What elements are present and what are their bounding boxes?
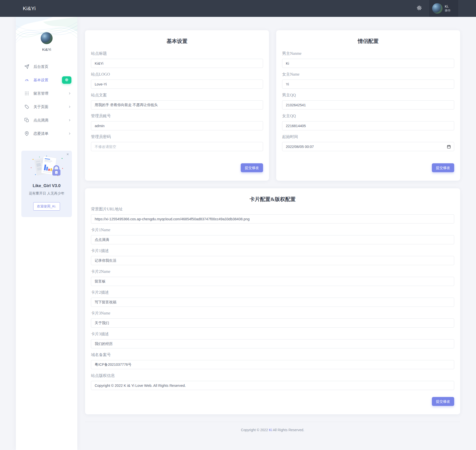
promo-subtitle: 花有重开日 人无再少年 xyxy=(24,191,69,196)
panel-basic-settings: 基本设置 站点标题 站点LOGO 站点文案 管理员账号 管理员密码 提交修改 xyxy=(85,30,269,181)
gauge-icon xyxy=(24,78,29,83)
admin-password-input[interactable] xyxy=(91,142,263,151)
grid-dots-icon xyxy=(24,91,29,96)
sidebar-item-love-list[interactable]: 恋爱清单 xyxy=(16,127,77,140)
active-settings-badge xyxy=(62,76,71,84)
panel-title: 情侣配置 xyxy=(282,38,454,45)
panel-cards-copyright: 卡片配置&版权配置 背景图片URL地址 卡片1Name 卡片1描述 卡片2Nam… xyxy=(85,188,460,414)
field-label: 女主Name xyxy=(282,72,454,77)
card1-desc-input[interactable] xyxy=(91,256,454,265)
user-menu[interactable]: Ki. 操作 xyxy=(429,0,458,17)
field-label: 背景图片URL地址 xyxy=(91,207,454,212)
bg-image-url-input[interactable] xyxy=(91,214,454,224)
promo-welcome-button[interactable]: 欢迎使用_Ki. xyxy=(33,202,60,211)
chevron-right-icon xyxy=(68,118,71,122)
sidebar-item-about-page[interactable]: 关于页面 xyxy=(16,100,77,113)
main-content: 基本设置 站点标题 站点LOGO 站点文案 管理员账号 管理员密码 提交修改 情… xyxy=(77,17,476,439)
sidebar-item-label: 点点滴滴 xyxy=(33,118,64,123)
promo-title: Like_Girl V3.0 xyxy=(24,183,69,188)
field-label: 男主QQ xyxy=(282,93,454,98)
panel-title: 基本设置 xyxy=(91,38,263,45)
footer-text-suffix: All Rights Reserved. xyxy=(272,428,304,432)
gear-icon xyxy=(65,78,69,83)
tag-icon xyxy=(24,104,29,109)
map-pin-icon xyxy=(24,131,29,136)
field-label: 卡片1Name xyxy=(91,227,454,233)
card1-name-input[interactable] xyxy=(91,235,454,244)
user-meta: Ki. 操作 xyxy=(445,4,451,13)
sidebar-item-label: 留言管理 xyxy=(33,91,64,96)
field-label: 站点LOGO xyxy=(91,72,263,77)
sidebar-item-moments[interactable]: 点点滴滴 xyxy=(16,113,77,127)
submit-basic-button[interactable]: 提交修改 xyxy=(241,163,263,172)
field-label: 站点标题 xyxy=(91,51,263,56)
sidebar-item-label: 恋爱清单 xyxy=(33,131,64,136)
card2-name-input[interactable] xyxy=(91,277,454,286)
card2-desc-input[interactable] xyxy=(91,298,454,307)
send-icon xyxy=(24,64,29,69)
field-label: 起始时间 xyxy=(282,134,454,140)
chevron-right-icon xyxy=(68,105,71,109)
sidebar-item-basic-settings[interactable]: 基本设置 xyxy=(16,73,77,87)
footer-text-prefix: Copyright © 2022 xyxy=(241,428,269,432)
chevron-right-icon xyxy=(68,132,71,135)
footer-link[interactable]: Ki xyxy=(269,428,272,432)
card3-desc-input[interactable] xyxy=(91,339,454,348)
field-label: 卡片3Name xyxy=(91,311,454,316)
copy-icon xyxy=(24,118,29,123)
user-avatar xyxy=(432,3,443,14)
copyright-text-input[interactable] xyxy=(91,381,454,390)
icp-number-input[interactable] xyxy=(91,360,454,369)
field-label: 管理员账号 xyxy=(91,113,263,119)
sidebar-item-messages[interactable]: 留言管理 xyxy=(16,87,77,100)
sidebar-item-label: 关于页面 xyxy=(33,105,64,109)
svg-text:1: 1 xyxy=(56,171,57,174)
field-label: 站点文案 xyxy=(91,93,263,98)
sidebar-item-dashboard[interactable]: 后台首页 xyxy=(16,60,77,73)
app-title: Ki&Yi xyxy=(23,5,36,11)
submit-cards-button[interactable]: 提交修改 xyxy=(432,397,454,406)
sidebar-item-label: 基本设置 xyxy=(33,78,58,83)
male-name-input[interactable] xyxy=(282,59,454,68)
chevron-right-icon xyxy=(68,92,71,95)
settings-button[interactable] xyxy=(416,5,422,12)
site-logo-input[interactable] xyxy=(91,80,263,89)
field-label: 管理员密码 xyxy=(91,134,263,140)
field-label: 卡片1描述 xyxy=(91,248,454,253)
lock-icon: 1 xyxy=(52,166,60,175)
sidebar-profile: Ki&Yi xyxy=(16,17,77,52)
admin-account-input[interactable] xyxy=(91,121,263,130)
user-name: Ki. xyxy=(445,4,451,9)
female-qq-input[interactable] xyxy=(282,121,454,130)
sidebar-item-label: 后台首页 xyxy=(33,64,71,69)
field-label: 站点版权信息 xyxy=(91,373,454,378)
site-title-input[interactable] xyxy=(91,59,263,68)
profile-avatar[interactable] xyxy=(41,32,53,44)
promo-illustration: 1 xyxy=(28,155,65,178)
field-label: 女主QQ xyxy=(282,113,454,119)
profile-name: Ki&Yi xyxy=(16,47,77,52)
panel-couple-config: 情侣配置 男主Nanme 女主Name 男主QQ 女主QQ 起始时间 xyxy=(276,30,460,181)
field-label: 域名备案号 xyxy=(91,352,454,358)
gear-icon xyxy=(416,5,422,12)
page-footer: Copyright © 2022 Ki All Rights Reserved. xyxy=(85,422,460,439)
top-navbar: Ki&Yi Ki. 操作 xyxy=(0,0,476,17)
site-slogan-input[interactable] xyxy=(91,100,263,110)
start-time-input[interactable] xyxy=(282,142,454,151)
close-icon[interactable]: × xyxy=(66,152,69,156)
sidebar-menu: 后台首页 基本设置 xyxy=(16,60,77,140)
sidebar: Ki&Yi 后台首页 基本设置 xyxy=(16,17,77,439)
submit-couple-button[interactable]: 提交修改 xyxy=(432,163,454,172)
user-role: 操作 xyxy=(445,9,451,12)
field-label: 卡片2描述 xyxy=(91,290,454,295)
panel-title: 卡片配置&版权配置 xyxy=(91,196,454,203)
female-name-input[interactable] xyxy=(282,80,454,89)
promo-card: × xyxy=(21,151,72,217)
card3-name-input[interactable] xyxy=(91,318,454,328)
male-qq-input[interactable] xyxy=(282,100,454,110)
field-label: 男主Nanme xyxy=(282,51,454,56)
field-label: 卡片3描述 xyxy=(91,332,454,337)
field-label: 卡片2Name xyxy=(91,269,454,274)
